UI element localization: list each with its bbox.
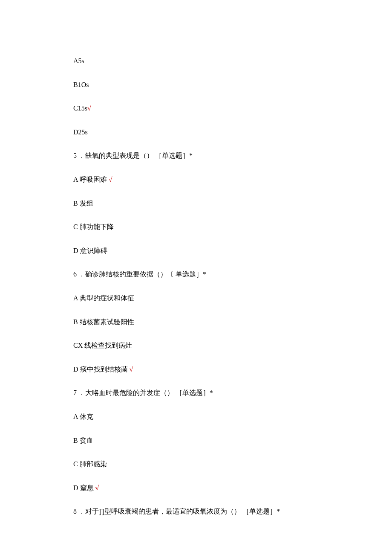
q6-option-d: D 痰中找到结核菌 √ [73, 364, 319, 375]
option-text: A 典型的症状和体征 [73, 294, 134, 302]
option-text: CX 线检查找到病灶 [73, 342, 132, 349]
check-icon: √ [87, 105, 91, 112]
question-8-prompt: 8 ．对于∏型呼吸衰竭的患者，最适宜的吸氧浓度为（） ［单选题］* [73, 506, 319, 517]
q5-option-c: C 肺功能下降 [73, 221, 319, 232]
question-text: 7 ．大咯血时最危险的并发症（） ［单选题］* [73, 389, 213, 396]
option-text: D 意识障碍 [73, 247, 107, 254]
q5-option-a: A 呼吸困难 √ [73, 174, 319, 185]
option-text: C 肺功能下降 [73, 223, 114, 230]
option-text: A 呼吸困难 [73, 176, 109, 183]
option-text: B 贫血 [73, 437, 93, 444]
option-text: A 休克 [73, 413, 93, 420]
option-text: D 痰中找到结核菌 [73, 366, 130, 373]
q6-option-b: B 结核菌素试验阳性 [73, 317, 319, 328]
option-text: D 窒息 [73, 484, 95, 491]
question-text: 5 ．缺氧的典型表现是（） ［单选题］* [73, 152, 193, 159]
question-text: 8 ．对于∏型呼吸衰竭的患者，最适宜的吸氧浓度为（） ［单选题］* [73, 508, 280, 515]
option-text: B 结核菌素试验阳性 [73, 318, 134, 325]
question-6-prompt: 6 ．确诊肺结核的重要依据（）〔 单选题］* [73, 269, 319, 280]
option-b: B1Os [73, 79, 319, 90]
q6-option-c: CX 线检查找到病灶 [73, 340, 319, 351]
option-text: B1Os [73, 81, 89, 88]
q5-option-b: B 发组 [73, 198, 319, 209]
question-7-prompt: 7 ．大咯血时最危险的并发症（） ［单选题］* [73, 387, 319, 398]
question-text: 6 ．确诊肺结核的重要依据（）〔 单选题］* [73, 270, 206, 278]
check-icon: √ [95, 484, 99, 491]
option-text: D25s [73, 128, 88, 136]
q7-option-d: D 窒息 √ [73, 482, 319, 494]
check-icon: √ [109, 176, 112, 183]
option-text: C15s [73, 105, 87, 112]
q5-option-d: D 意识障碍 [73, 245, 319, 256]
option-c: C15s√ [73, 103, 319, 114]
option-text: A5s [73, 57, 84, 64]
q7-option-b: B 贫血 [73, 435, 319, 446]
question-5-prompt: 5 ．缺氧的典型表现是（） ［单选题］* [73, 150, 319, 161]
option-d: D25s [73, 127, 319, 138]
option-text: B 发组 [73, 200, 93, 207]
q7-option-a: A 休克 [73, 411, 319, 422]
q6-option-a: A 典型的症状和体征 [73, 293, 319, 304]
q7-option-c: C 肺部感染 [73, 459, 319, 470]
option-a: A5s [73, 55, 319, 67]
option-text: C 肺部感染 [73, 460, 107, 468]
check-icon: √ [130, 366, 133, 373]
